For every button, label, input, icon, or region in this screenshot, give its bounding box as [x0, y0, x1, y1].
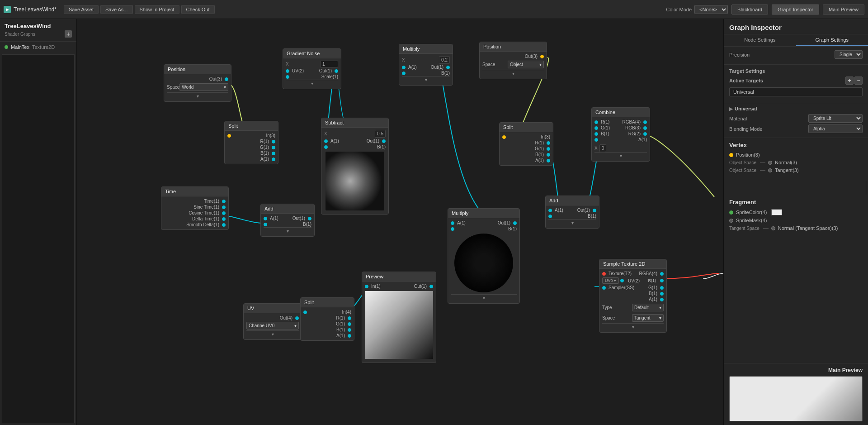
split2-in-port[interactable] [502, 135, 506, 139]
universal-title[interactable]: ▶ Universal [729, 106, 863, 111]
st-type-dropdown[interactable]: Default ▾ [632, 304, 664, 311]
time-smooth-port[interactable] [222, 223, 226, 227]
subtract-node[interactable]: Subtract X 0.5 A(1) Out(1) B(1) [321, 118, 389, 215]
st-sampler-port[interactable] [602, 286, 606, 290]
split-g-port[interactable] [272, 146, 275, 149]
position-world-node[interactable]: Position Out(3) Space World ▾ ▾ [164, 64, 231, 102]
preview-out-port[interactable] [429, 285, 433, 288]
mult2-b-port[interactable] [451, 227, 454, 231]
gn-scale-port[interactable] [286, 75, 289, 79]
st-space-dropdown[interactable]: Tangent ▾ [632, 314, 664, 322]
add-out-port[interactable] [308, 217, 311, 220]
mult2-out-port[interactable] [513, 221, 517, 225]
multiply-top-node[interactable]: Multiply X 0.2 A(1) Out(1) B(1) ▾ [399, 44, 453, 86]
time-cosine-port[interactable] [222, 211, 226, 215]
add-right-collapse[interactable]: ▾ [548, 219, 596, 226]
multiply-top-collapse[interactable]: ▾ [402, 76, 450, 83]
node-settings-tab[interactable]: Node Settings [724, 34, 796, 46]
time-time-port[interactable] [222, 200, 226, 203]
position-world-collapse[interactable]: ▾ [167, 92, 228, 100]
split-bottom-node[interactable]: Split In(4) R(1) G(1) B(1) [300, 297, 354, 341]
add2-b-port[interactable] [548, 215, 552, 218]
st-r-port[interactable] [660, 279, 664, 282]
position-out-port[interactable] [225, 77, 228, 81]
position-object-node[interactable]: Position Out(3) Space Object ▾ ▾ [479, 42, 547, 79]
combine-r-port[interactable] [594, 120, 598, 124]
split-a-port[interactable] [272, 158, 275, 161]
sample-texture-collapse[interactable]: ▾ [602, 323, 664, 330]
uv-collapse[interactable]: ▾ [246, 330, 299, 338]
shader-graph-canvas[interactable]: Position Out(3) Space World ▾ ▾ Gradient… [77, 19, 723, 425]
st-rgba-port[interactable] [660, 272, 664, 276]
mult-out-port[interactable] [446, 66, 450, 69]
st-a-port[interactable] [660, 298, 664, 301]
gn-uv-port[interactable] [286, 69, 289, 73]
split2-b-port[interactable] [547, 153, 550, 157]
save-as-button[interactable]: Save As... [100, 5, 133, 14]
add-left-collapse[interactable]: ▾ [264, 227, 311, 234]
split-middle-node[interactable]: Split In(3) R(1) G(1) B(1) [499, 122, 553, 166]
uv0-selector[interactable]: UV0 ▾ [602, 277, 619, 284]
combine-b-port[interactable] [594, 132, 598, 136]
main-tex-item[interactable]: MainTex Texture2D [0, 42, 76, 53]
time-delta-port[interactable] [222, 217, 226, 221]
sub-b-port[interactable] [324, 145, 328, 149]
graph-settings-tab[interactable]: Graph Settings [796, 34, 868, 46]
pos-obj-space-dropdown[interactable]: Object ▾ [508, 61, 544, 68]
gradient-noise-collapse[interactable]: ▾ [286, 80, 338, 87]
mult-a-port[interactable] [402, 66, 406, 69]
split2-r-port[interactable] [547, 141, 550, 145]
blending-mode-select[interactable]: Alpha [808, 124, 863, 133]
split3-r-port[interactable] [348, 316, 351, 320]
sub-a-port[interactable] [324, 139, 328, 143]
add-b-port[interactable] [264, 223, 267, 226]
uv-channel-dropdown[interactable]: Channe UV0 ▾ [246, 322, 299, 329]
add2-out-port[interactable] [593, 209, 596, 212]
preview-node[interactable]: Preview In(1) Out(1) [362, 272, 436, 363]
gradient-noise-node[interactable]: Gradient Noise X UV(2) Out(1) Scale(1) ▾ [283, 48, 341, 89]
remove-target-button[interactable]: − [854, 76, 863, 85]
add2-a-port[interactable] [548, 209, 552, 212]
multiply-mid-collapse[interactable]: ▾ [451, 294, 517, 301]
combine-g-port[interactable] [594, 126, 598, 130]
precision-select[interactable]: Single [835, 50, 863, 59]
add-left-node[interactable]: Add A(1) Out(1) B(1) ▾ [260, 204, 315, 237]
blackboard-button[interactable]: Blackboard [731, 5, 768, 14]
material-select[interactable]: Sprite Lit [808, 114, 863, 123]
combine-rgb-port[interactable] [643, 126, 647, 130]
show-in-project-button[interactable]: Show In Project [135, 5, 179, 14]
split3-a-port[interactable] [348, 334, 351, 338]
main-preview-button[interactable]: Main Preview [823, 5, 864, 14]
sample-texture-node[interactable]: Sample Texture 2D Texture(T2) RGBA(4) UV… [599, 259, 667, 333]
time-sine-port[interactable] [222, 205, 226, 209]
split2-g-port[interactable] [547, 147, 550, 151]
combine-node[interactable]: Combine R(1) RGBA(4) G(1) RGB(3) B(1) [591, 107, 650, 162]
uv-node[interactable]: UV Out(4) Channe UV0 ▾ ▾ [243, 303, 302, 340]
st-texture-port[interactable] [602, 272, 606, 276]
gn-x-input[interactable] [320, 61, 338, 67]
st-g-port[interactable] [660, 286, 664, 290]
combine-collapse[interactable]: ▾ [594, 152, 647, 159]
color-mode-select[interactable]: <None> [694, 5, 728, 14]
save-asset-button[interactable]: Save Asset [64, 5, 99, 14]
split3-in-port[interactable] [303, 310, 307, 314]
split3-b-port[interactable] [348, 328, 351, 332]
add-right-node[interactable]: Add A(1) Out(1) B(1) ▾ [545, 196, 599, 229]
pos-obj-out-port[interactable] [540, 55, 544, 58]
check-out-button[interactable]: Check Out [181, 5, 215, 14]
preview-in-port[interactable] [365, 285, 368, 288]
position-object-collapse[interactable]: ▾ [482, 70, 544, 77]
combine-rgba-port[interactable] [643, 120, 647, 124]
combine-a-port[interactable] [594, 138, 598, 142]
mult-b-port[interactable] [402, 72, 406, 75]
st-b-port[interactable] [660, 292, 664, 296]
st-uv-port[interactable] [620, 279, 624, 282]
uv-out-port[interactable] [295, 316, 299, 320]
split-in-port[interactable] [227, 134, 231, 138]
split-left-node[interactable]: Split In(3) R(1) G(1) B(1) [224, 121, 278, 164]
time-node[interactable]: Time Time(1) Sine Time(1) Cosine Time(1)… [161, 186, 229, 230]
sub-out-port[interactable] [382, 139, 386, 143]
add-target-button[interactable]: + [845, 76, 854, 85]
add-a-port[interactable] [264, 217, 267, 220]
split3-g-port[interactable] [348, 322, 351, 326]
